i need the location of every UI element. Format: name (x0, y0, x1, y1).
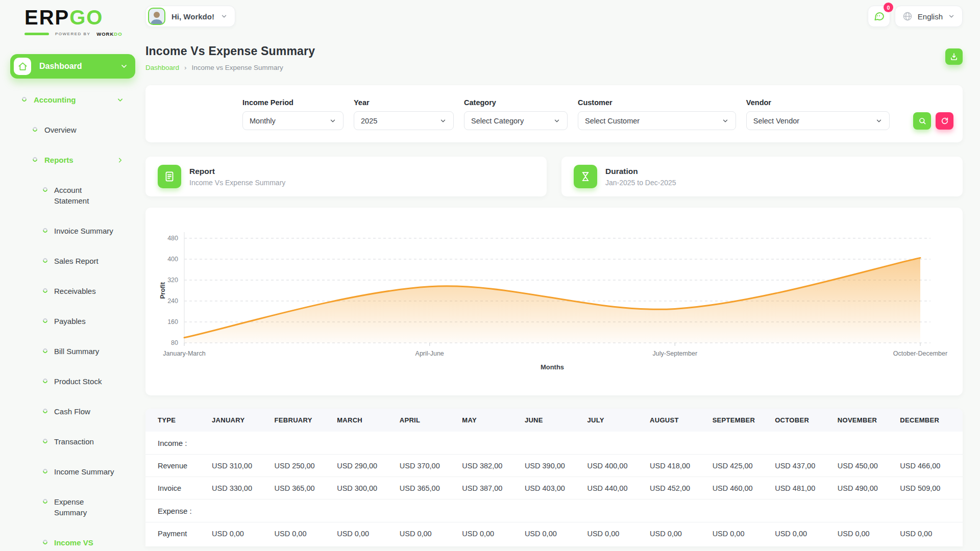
chevron-down-icon (553, 117, 560, 124)
sidebar-item-invoice-summary[interactable]: Invoice Summary (10, 216, 135, 246)
chevron-down-icon (120, 62, 128, 70)
sidebar-item-overview[interactable]: Overview (10, 115, 135, 145)
filter-label: Customer (578, 98, 736, 107)
svg-text:480: 480 (167, 235, 178, 242)
sidebar-item-sales-report[interactable]: Sales Report (10, 246, 135, 276)
table-cell: USD 0,00 (462, 522, 525, 545)
table-row-payment: PaymentUSD 0,00USD 0,00USD 0,00USD 0,00U… (145, 522, 963, 545)
breadcrumb: Dashboard › Income vs Expense Summary (145, 64, 315, 71)
svg-text:320: 320 (167, 277, 178, 284)
sidebar-item-transaction[interactable]: Transaction (10, 427, 135, 457)
bullet-icon (42, 468, 48, 474)
table-cell: USD 0,00 (775, 522, 838, 545)
table-cell: USD 382,00 (462, 455, 525, 477)
table-cell: USD 365,00 (275, 477, 337, 499)
table-cell: USD 365,00 (400, 477, 462, 499)
sidebar-nav: Accounting Overview Reports Account Stat… (10, 85, 135, 551)
bullet-icon (42, 539, 48, 545)
bullet-icon (42, 378, 48, 384)
app-logo[interactable]: ERPGO Powered By WORKDO (10, 7, 135, 37)
report-card-title: Report (189, 167, 285, 176)
table-cell: USD 450,00 (838, 455, 900, 477)
duration-card: Duration Jan-2025 to Dec-2025 (561, 157, 963, 196)
column-header-february: FEBRUARY (275, 409, 337, 432)
filter-select-income-period[interactable]: Monthly (242, 111, 344, 130)
sidebar-item-reports[interactable]: Reports (10, 145, 135, 175)
report-card-subtitle: Income Vs Expense Summary (189, 179, 285, 187)
row-type: Invoice (145, 477, 212, 499)
user-menu[interactable]: Hi, Workdo! (145, 6, 235, 27)
filter-label: Year (354, 98, 454, 107)
data-table: TYPEJANUARYFEBRUARYMARCHAPRILMAYJUNEJULY… (145, 409, 963, 544)
bullet-icon (42, 438, 48, 444)
chevron-down-icon (722, 117, 729, 124)
chevron-right-icon (116, 156, 124, 164)
table-cell: USD 400,00 (587, 455, 650, 477)
table-cell: USD 403,00 (525, 477, 587, 499)
filter-label: Vendor (746, 98, 890, 107)
svg-text:July-September: July-September (653, 350, 698, 357)
language-selector[interactable]: English (895, 6, 963, 27)
hourglass-icon (574, 165, 597, 188)
filter-label: Income Period (242, 98, 344, 107)
table-cell: USD 0,00 (337, 522, 400, 545)
messages-badge: 0 (884, 3, 893, 12)
reset-button[interactable] (936, 112, 953, 130)
table-cell: USD 300,00 (337, 477, 400, 499)
bullet-icon (42, 498, 48, 505)
breadcrumb-separator: › (184, 64, 187, 71)
table-cell: USD 370,00 (400, 455, 462, 477)
sidebar-item-expense-summary[interactable]: Expense Summary (10, 487, 135, 528)
sidebar-item-income-summary[interactable]: Income Summary (10, 457, 135, 487)
download-icon (949, 52, 959, 61)
table-cell: USD 0,00 (838, 522, 900, 545)
bullet-icon (42, 227, 48, 234)
bullet-icon (42, 287, 48, 294)
row-type: Revenue (145, 455, 212, 477)
chevron-down-icon (116, 96, 124, 104)
table-cell: USD 0,00 (212, 522, 275, 545)
sidebar-item-dashboard[interactable]: Dashboard (10, 54, 135, 79)
sidebar-item-accounting[interactable]: Accounting (10, 85, 135, 115)
bullet-icon (42, 317, 48, 324)
chevron-down-icon (948, 13, 955, 20)
column-header-december: DECEMBER (900, 409, 963, 432)
sidebar-item-bill-summary[interactable]: Bill Summary (10, 336, 135, 366)
chevron-down-icon (329, 117, 336, 124)
table-cell: USD 452,00 (650, 477, 713, 499)
svg-text:Months: Months (541, 363, 564, 371)
sidebar-item-receivables[interactable]: Receivables (10, 276, 135, 306)
table-group-income: Income : (145, 432, 963, 455)
sidebar-item-product-stock[interactable]: Product Stock (10, 366, 135, 396)
table-cell: USD 310,00 (212, 455, 275, 477)
breadcrumb-dashboard-link[interactable]: Dashboard (145, 64, 179, 71)
column-header-january: JANUARY (212, 409, 275, 432)
avatar (148, 8, 165, 25)
column-header-may: MAY (462, 409, 525, 432)
bullet-icon (21, 96, 28, 103)
bullet-icon (42, 347, 48, 354)
svg-text:160: 160 (167, 318, 178, 325)
search-button[interactable] (913, 112, 931, 130)
sidebar-item-payables[interactable]: Payables (10, 306, 135, 336)
filter-select-customer[interactable]: Select Customer (578, 111, 736, 130)
messages-button[interactable]: 0 (868, 6, 890, 27)
column-header-type: TYPE (145, 409, 212, 432)
filter-select-year[interactable]: 2025 (354, 111, 454, 130)
column-header-april: APRIL (400, 409, 462, 432)
home-icon (14, 58, 31, 75)
duration-card-subtitle: Jan-2025 to Dec-2025 (605, 179, 676, 187)
language-label: English (918, 12, 943, 21)
sidebar-item-income-vs-expense[interactable]: Income VS Expense (10, 528, 135, 551)
column-header-november: NOVEMBER (838, 409, 900, 432)
filter-select-category[interactable]: Select Category (464, 111, 568, 130)
table-row-revenue: RevenueUSD 310,00USD 250,00USD 290,00USD… (145, 455, 963, 477)
sidebar-item-cash-flow[interactable]: Cash Flow (10, 396, 135, 427)
filter-panel: Income Period Monthly Year 2025 Category… (145, 85, 963, 142)
filter-select-vendor[interactable]: Select Vendor (746, 111, 890, 130)
table-cell: USD 0,00 (587, 522, 650, 545)
table-cell: USD 0,00 (275, 522, 337, 545)
download-button[interactable] (945, 48, 963, 65)
table-cell: USD 0,00 (525, 522, 587, 545)
sidebar-item-account-statement[interactable]: Account Statement (10, 175, 135, 216)
